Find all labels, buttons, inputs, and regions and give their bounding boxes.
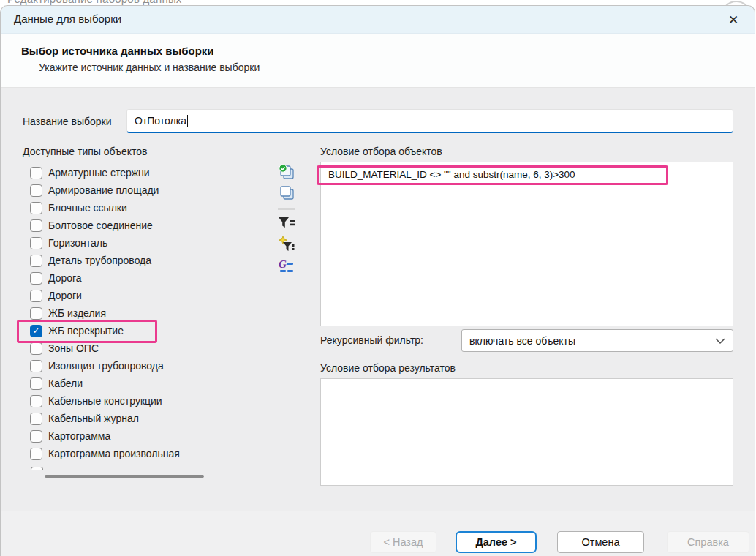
list-item-label: Зоны ОПС bbox=[48, 342, 99, 354]
close-icon[interactable]: ✕ bbox=[718, 6, 749, 34]
list-item[interactable]: ЖБ изделия bbox=[30, 304, 262, 322]
uncheck-all-icon[interactable] bbox=[277, 184, 296, 203]
list-item[interactable]: Дорога bbox=[30, 269, 262, 287]
wizard-header-subtitle: Укажите источник данных и название выбор… bbox=[39, 61, 260, 73]
checkbox-unchecked[interactable] bbox=[30, 219, 42, 232]
list-item-label: Кабельный журнал bbox=[48, 413, 139, 424]
next-button[interactable]: Далее > bbox=[456, 531, 537, 553]
list-item-label: Горизонталь bbox=[48, 237, 107, 249]
horizontal-scrollbar[interactable] bbox=[45, 475, 204, 478]
chevron-down-icon bbox=[715, 335, 725, 347]
checkbox-unchecked[interactable] bbox=[30, 342, 42, 355]
list-item[interactable]: Кабельные конструкции bbox=[30, 392, 262, 410]
list-item[interactable]: ✓ЖБ перекрытие bbox=[30, 322, 262, 339]
list-item-label: Арматурные стержни bbox=[48, 167, 150, 179]
object-type-list: Арматурные стержниАрмирование площадиБло… bbox=[30, 164, 262, 462]
list-item-label: ЖБ перекрытие bbox=[48, 325, 124, 337]
list-item-label: Изоляция трубопровода bbox=[48, 360, 164, 372]
object-filter-value: BUILD_MATERIAL_ID <> "" and substr(name,… bbox=[328, 169, 575, 180]
dialog-titlebar: Данные для выборки ✕ bbox=[1, 6, 755, 34]
list-item[interactable]: Дороги bbox=[30, 287, 262, 304]
checkbox-unchecked[interactable] bbox=[30, 448, 42, 460]
list-item-label: Кабельные конструкции bbox=[48, 395, 162, 407]
result-filter-textarea[interactable] bbox=[320, 378, 733, 486]
list-item-label: Дороги bbox=[48, 290, 82, 301]
svg-text:G: G bbox=[279, 258, 287, 270]
list-item[interactable]: Картограмма произвольная bbox=[30, 445, 262, 462]
checkbox-unchecked[interactable] bbox=[30, 377, 42, 390]
list-item[interactable]: Деталь трубопровода bbox=[30, 252, 262, 269]
list-item-label: ЖБ изделия bbox=[48, 307, 106, 319]
list-item[interactable]: Арматурные стержни bbox=[30, 164, 262, 181]
recursive-filter-label: Рекурсивный фильтр: bbox=[320, 334, 423, 346]
list-item[interactable]: Зоны ОПС bbox=[30, 339, 262, 357]
checkbox-unchecked[interactable] bbox=[30, 430, 42, 443]
list-item[interactable]: Армирование площади bbox=[30, 181, 262, 199]
help-button: Справка bbox=[667, 531, 749, 553]
checkbox-unchecked[interactable] bbox=[30, 184, 42, 197]
object-filter-textarea[interactable]: BUILD_MATERIAL_ID <> "" and substr(name,… bbox=[320, 162, 733, 326]
object-filter-label: Условие отбора объектов bbox=[320, 146, 442, 157]
list-item-label: Дорога bbox=[48, 272, 82, 284]
list-item[interactable]: Блочные ссылки bbox=[30, 199, 262, 217]
list-item[interactable]: Болтовое соединение bbox=[30, 217, 262, 234]
checkbox-unchecked[interactable] bbox=[30, 272, 42, 285]
list-item[interactable]: Горизонталь bbox=[30, 234, 262, 252]
list-item-label: Кабели bbox=[48, 377, 83, 389]
wizard-header-title: Выбор источника данных выборки bbox=[21, 45, 214, 57]
dialog-footer: < Назад Далее > Отмена Справка bbox=[1, 511, 755, 556]
list-item-label: Армирование площади bbox=[48, 184, 159, 196]
checkbox-checked[interactable]: ✓ bbox=[30, 325, 42, 337]
list-item[interactable]: Кабельный журнал bbox=[30, 410, 262, 427]
list-item[interactable]: Кабели bbox=[30, 375, 262, 392]
checkbox-unchecked[interactable] bbox=[30, 290, 42, 302]
partial-checkbox bbox=[31, 467, 43, 470]
recursive-filter-select[interactable]: включать все объекты bbox=[461, 329, 733, 352]
selection-name-value: ОтПотолка bbox=[135, 115, 186, 127]
group-equals-icon[interactable]: G bbox=[277, 257, 296, 276]
result-filter-label: Условие отбора результатов bbox=[320, 362, 456, 374]
checkbox-unchecked[interactable] bbox=[30, 202, 42, 214]
list-item-label: Картограмма произвольная bbox=[48, 448, 180, 459]
dialog-title: Данные для выборки bbox=[14, 12, 121, 25]
list-item-label: Блочные ссылки bbox=[48, 202, 127, 214]
list-item-label: Картограмма bbox=[48, 430, 110, 442]
wizard-header: Выбор источника данных выборки Укажите и… bbox=[1, 34, 755, 88]
toolbar-separator bbox=[278, 209, 295, 210]
object-types-label: Доступные типы объектов bbox=[23, 146, 147, 157]
list-item[interactable]: Изоляция трубопровода bbox=[30, 357, 262, 375]
list-item-label: Деталь трубопровода bbox=[48, 255, 151, 266]
checkbox-unchecked[interactable] bbox=[30, 167, 42, 179]
text-caret bbox=[187, 115, 188, 127]
back-button: < Назад bbox=[370, 531, 436, 553]
checkbox-unchecked[interactable] bbox=[30, 307, 42, 320]
checkbox-unchecked[interactable] bbox=[30, 237, 42, 249]
filter-equals-icon[interactable] bbox=[277, 214, 296, 233]
checkbox-unchecked[interactable] bbox=[30, 395, 42, 407]
checkbox-unchecked[interactable] bbox=[30, 360, 42, 372]
cancel-button[interactable]: Отмена bbox=[557, 531, 644, 553]
checkbox-unchecked[interactable] bbox=[30, 413, 42, 425]
filter-new-icon[interactable] bbox=[277, 235, 296, 254]
list-item-label: Болтовое соединение bbox=[48, 219, 153, 231]
selection-name-input[interactable]: ОтПотолка bbox=[126, 109, 733, 133]
check-all-icon[interactable] bbox=[277, 163, 296, 182]
dialog-window: Данные для выборки ✕ Выбор источника дан… bbox=[0, 5, 755, 556]
recursive-filter-value: включать все объекты bbox=[469, 335, 575, 347]
list-item[interactable]: Картограмма bbox=[30, 427, 262, 445]
checkbox-unchecked[interactable] bbox=[30, 255, 42, 267]
background-window-title: Редактирование наборов данных bbox=[7, 0, 182, 5]
selection-name-label: Название выборки bbox=[23, 116, 112, 127]
